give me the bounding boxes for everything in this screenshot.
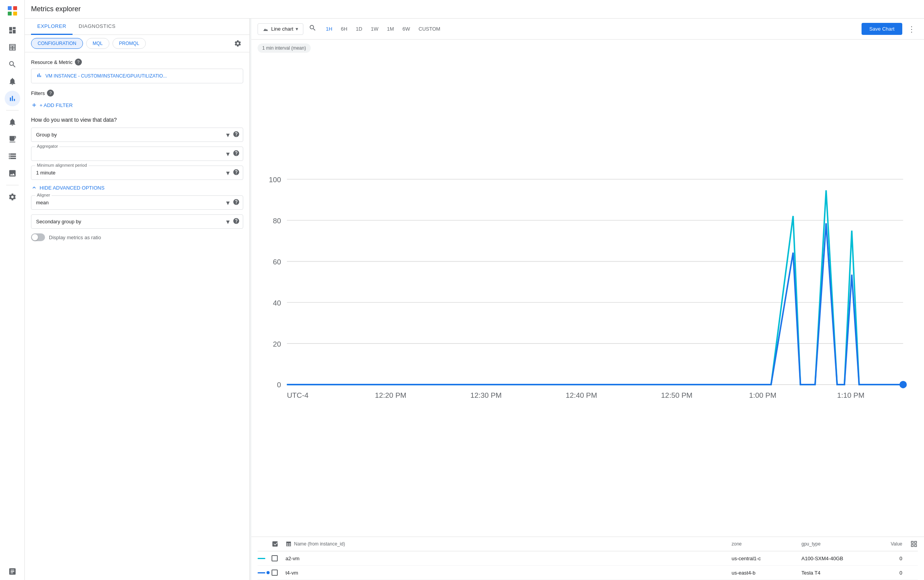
legend-col-grid-icon[interactable] xyxy=(902,540,918,548)
min-alignment-help-icon[interactable] xyxy=(233,169,243,177)
svg-rect-1 xyxy=(13,6,17,10)
resource-metric-help-icon[interactable]: ? xyxy=(75,59,82,66)
storage-icon[interactable] xyxy=(5,148,20,164)
svg-point-23 xyxy=(900,381,907,388)
main-tabs: EXPLORER DIAGNOSTICS xyxy=(25,19,249,35)
trace-icon[interactable] xyxy=(5,57,20,72)
alert-icon[interactable] xyxy=(5,74,20,89)
a2vm-name: a2-vm xyxy=(286,556,732,561)
interval-badge: 1 min interval (mean) xyxy=(251,40,924,57)
how-view-title: How do you want to view that data? xyxy=(31,117,243,123)
svg-text:80: 80 xyxy=(273,217,281,225)
display-ratio-toggle[interactable] xyxy=(31,233,45,241)
tab-explorer[interactable]: EXPLORER xyxy=(31,19,73,35)
bell-notification-icon[interactable] xyxy=(5,114,20,130)
svg-text:60: 60 xyxy=(273,258,281,266)
min-alignment-wrapper: Minimum alignment period 1 minute ▾ xyxy=(31,166,243,180)
app-logo xyxy=(5,3,20,19)
min-alignment-arrow-icon: ▾ xyxy=(223,169,233,177)
a2vm-line-color xyxy=(258,558,265,559)
right-panel: Line chart ▾ 1H6H1D1W1M6WCUSTOM Save Cha… xyxy=(251,19,924,580)
aligner-select[interactable]: mean xyxy=(31,196,223,209)
svg-text:0: 0 xyxy=(277,381,281,389)
advanced-toggle-label: HIDE ADVANCED OPTIONS xyxy=(40,185,104,191)
sidebar-divider xyxy=(6,110,19,110)
chart-search-icon[interactable] xyxy=(306,22,319,36)
monitor-icon[interactable] xyxy=(5,131,20,147)
t4vm-zone: us-east4-b xyxy=(732,570,801,576)
secondary-group-by-help-icon[interactable] xyxy=(233,218,243,226)
legend-row-a2vm: a2-vm us-central1-c A100-SXM4-40GB 0 xyxy=(258,551,918,566)
legend-header: Name (from instance_id) zone gpu_type Va… xyxy=(258,537,918,551)
chart-svg: 0 20 40 60 80 100 UTC-4 12:20 PM 12:30 P… xyxy=(258,57,918,537)
t4vm-checkbox[interactable] xyxy=(272,570,286,576)
sub-tab-mql[interactable]: MQL xyxy=(86,38,109,49)
svg-text:UTC-4: UTC-4 xyxy=(287,391,309,399)
time-btn-6h[interactable]: 6H xyxy=(337,24,351,34)
legend-col-zone: zone xyxy=(732,541,801,547)
svg-text:20: 20 xyxy=(273,340,281,348)
t4vm-name: t4-vm xyxy=(286,570,732,576)
sidebar xyxy=(0,0,25,580)
chart-type-label: Line chart xyxy=(271,26,293,32)
t4vm-value: 0 xyxy=(863,570,902,576)
time-btn-1h[interactable]: 1H xyxy=(322,24,336,34)
time-btn-1w[interactable]: 1W xyxy=(367,24,382,34)
min-alignment-select[interactable]: 1 minute xyxy=(31,166,223,180)
time-btn-custom[interactable]: CUSTOM xyxy=(415,24,444,34)
chart-type-button[interactable]: Line chart ▾ xyxy=(258,23,303,35)
t4vm-color-indicator xyxy=(258,571,272,574)
sub-tabs: CONFIGURATION MQL PROMQL xyxy=(25,35,249,52)
monitoring-icon[interactable] xyxy=(5,91,20,106)
chart-svg-area: 0 20 40 60 80 100 UTC-4 12:20 PM 12:30 P… xyxy=(251,57,924,537)
svg-text:12:50 PM: 12:50 PM xyxy=(661,391,692,399)
a2vm-value: 0 xyxy=(863,556,902,561)
time-btn-6w[interactable]: 6W xyxy=(399,24,414,34)
image-icon[interactable] xyxy=(5,166,20,181)
aggregator-arrow-icon: ▾ xyxy=(223,150,233,158)
secondary-group-by-select[interactable]: Secondary group by xyxy=(31,215,223,228)
legend-col-checkbox xyxy=(272,540,286,547)
aggregator-help-icon[interactable] xyxy=(233,150,243,158)
settings-icon[interactable] xyxy=(5,189,20,205)
display-ratio-row: Display metrics as ratio xyxy=(31,233,243,241)
a2vm-gpu-type: A100-SXM4-40GB xyxy=(801,556,863,561)
add-filter-button[interactable]: + ADD FILTER xyxy=(31,100,243,110)
svg-text:1:10 PM: 1:10 PM xyxy=(837,391,864,399)
sub-tab-promql[interactable]: PROMQL xyxy=(112,38,146,49)
svg-text:40: 40 xyxy=(273,299,281,307)
aligner-help-icon[interactable] xyxy=(233,199,243,207)
t4vm-gpu-type: Tesla T4 xyxy=(801,570,863,576)
tab-diagnostics[interactable]: DIAGNOSTICS xyxy=(73,19,122,35)
settings-gear-icon[interactable] xyxy=(232,38,243,49)
legend-col-value: Value xyxy=(863,541,902,547)
content-area: EXPLORER DIAGNOSTICS CONFIGURATION MQL P… xyxy=(25,19,924,580)
chart-container: 1 min interval (mean) 0 20 xyxy=(251,40,924,580)
time-btn-1m[interactable]: 1M xyxy=(383,24,398,34)
a2vm-checkbox[interactable] xyxy=(272,555,286,561)
svg-rect-2 xyxy=(8,12,12,16)
a2vm-color-indicator xyxy=(258,558,272,559)
resource-metric-button[interactable]: VM INSTANCE - CUSTOM/INSTANCE/GPU/UTILIZ… xyxy=(31,69,243,83)
dashboard-icon[interactable] xyxy=(5,22,20,38)
min-alignment-label: Minimum alignment period xyxy=(35,163,88,167)
filters-help-icon[interactable]: ? xyxy=(47,90,54,97)
table-icon[interactable] xyxy=(5,40,20,55)
advanced-options-toggle[interactable]: HIDE ADVANCED OPTIONS xyxy=(31,185,243,191)
svg-text:12:20 PM: 12:20 PM xyxy=(375,391,407,399)
resource-metric-value: VM INSTANCE - CUSTOM/INSTANCE/GPU/UTILIZ… xyxy=(45,73,167,79)
aggregator-select[interactable]: none xyxy=(31,147,223,161)
legend-table: Name (from instance_id) zone gpu_type Va… xyxy=(251,537,924,580)
time-btn-1d[interactable]: 1D xyxy=(352,24,366,34)
help-docs-icon[interactable] xyxy=(5,564,20,579)
more-options-icon[interactable]: ⋮ xyxy=(905,22,918,36)
group-by-select[interactable]: Group by xyxy=(31,128,223,142)
sub-tab-configuration[interactable]: CONFIGURATION xyxy=(31,38,83,49)
aggregator-label: Aggregator xyxy=(35,144,59,148)
save-chart-button[interactable]: Save Chart xyxy=(862,23,902,35)
time-range-buttons: 1H6H1D1W1M6WCUSTOM xyxy=(322,24,444,34)
secondary-group-by-wrapper: Secondary group by ▾ xyxy=(31,214,243,229)
bar-chart-icon xyxy=(36,72,42,80)
group-by-help-icon[interactable] xyxy=(233,131,243,139)
legend-col-name: Name (from instance_id) xyxy=(286,541,732,547)
